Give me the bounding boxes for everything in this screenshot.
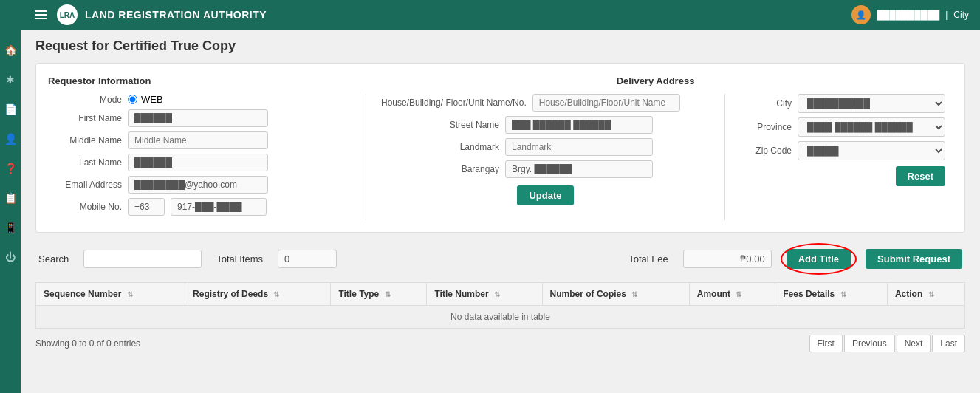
city-form: City ██████████ Province ████ ██████ ███… [733, 94, 953, 220]
requestor-form: Mode WEB First Name Middle Name [48, 94, 358, 220]
col-action[interactable]: Action ⇅ [887, 283, 964, 306]
zip-label: Zip Code [740, 146, 792, 156]
sidebar-icon-phone[interactable]: 📱 [0, 214, 21, 241]
submit-request-button[interactable]: Submit Request [866, 249, 962, 269]
city-label: City [953, 10, 969, 20]
app-title: LAND REGISTRATION AUTHORITY [85, 9, 844, 21]
user-name: ██████████ [877, 10, 939, 20]
total-fee-label: Total Fee [628, 253, 668, 264]
middle-name-input[interactable] [128, 131, 268, 149]
pagination: Showing 0 to 0 of 0 entries First Previo… [35, 335, 965, 352]
col-fees[interactable]: Fees Details ⇅ [775, 283, 888, 306]
main-card: Requestor Information Delivery Address M… [35, 63, 965, 233]
landmark-input[interactable] [505, 138, 653, 156]
showing-label: Showing 0 to 0 of 0 entries [35, 338, 140, 349]
col-amount[interactable]: Amount ⇅ [689, 283, 775, 306]
col-title-type[interactable]: Title Type ⇅ [331, 283, 427, 306]
mobile-label: Mobile No. [48, 202, 122, 212]
email-label: Email Address [48, 180, 122, 190]
sidebar-icon-help[interactable]: ❓ [0, 155, 21, 182]
city-separator: | [945, 10, 948, 20]
city-field-label: City [740, 98, 792, 109]
requestor-section-title: Requestor Information [48, 75, 358, 86]
topnav: LRA LAND REGISTRATION AUTHORITY 👤 ██████… [21, 0, 980, 30]
sidebar-icon-power[interactable]: ⏻ [0, 244, 21, 270]
mode-label: Mode [48, 95, 122, 105]
mode-value: WEB [141, 94, 163, 105]
house-input[interactable] [532, 94, 680, 112]
last-name-input[interactable] [128, 154, 268, 171]
mode-radio[interactable]: WEB [128, 94, 163, 105]
province-select[interactable]: ████ ██████ ██████ [798, 117, 945, 137]
sidebar-icon-user[interactable]: 👤 [0, 126, 21, 152]
pagination-buttons: First Previous Next Last [809, 335, 965, 352]
middle-name-label: Middle Name [48, 135, 122, 146]
sidebar-icon-doc[interactable]: 📄 [0, 96, 21, 123]
add-title-button[interactable]: Add Title [787, 249, 851, 269]
next-button[interactable]: Next [897, 335, 931, 352]
house-label: House/Building/ Floor/Unit Name/No. [381, 98, 527, 108]
page-title: Request for Certified True Copy [35, 38, 965, 54]
mobile-input[interactable] [171, 198, 267, 216]
update-button[interactable]: Update [517, 185, 573, 205]
first-name-input[interactable] [128, 109, 268, 127]
previous-button[interactable]: Previous [844, 335, 895, 352]
total-items-label: Total Items [216, 253, 263, 264]
col-title-number[interactable]: Title Number ⇅ [427, 283, 542, 306]
reset-button[interactable]: Reset [896, 166, 945, 186]
empty-message: No data available in table [36, 306, 965, 329]
province-label: Province [740, 122, 792, 132]
landmark-label: Landmark [381, 142, 499, 152]
left-sidebar: 🏠 ✱ 📄 👤 ❓ 📋 📱 ⏻ [0, 0, 21, 393]
first-button[interactable]: First [809, 335, 843, 352]
delivery-form: House/Building/ Floor/Unit Name/No. Stre… [374, 94, 717, 220]
search-label: Search [38, 253, 69, 264]
table-container: Sequence Number ⇅ Registry of Deeds ⇅ Ti… [35, 282, 965, 329]
last-button[interactable]: Last [932, 335, 965, 352]
barangay-label: Barangay [381, 164, 499, 174]
data-table: Sequence Number ⇅ Registry of Deeds ⇅ Ti… [35, 282, 965, 329]
sidebar-icon-star[interactable]: ✱ [0, 66, 21, 93]
street-label: Street Name [381, 120, 499, 130]
total-items-input [278, 250, 337, 268]
street-input[interactable] [505, 116, 653, 134]
hamburger-menu[interactable] [32, 7, 49, 22]
mobile-prefix-input[interactable] [128, 198, 165, 216]
topnav-right: 👤 ██████████ | City [851, 5, 969, 24]
sidebar-icon-list[interactable]: 📋 [0, 185, 21, 211]
barangay-input[interactable] [505, 160, 653, 178]
delivery-section-title: Delivery Address [358, 75, 953, 86]
search-input[interactable] [83, 250, 202, 268]
lra-logo: LRA [57, 4, 78, 25]
sidebar-icon-home[interactable]: 🏠 [0, 37, 21, 64]
last-name-label: Last Name [48, 157, 122, 168]
first-name-label: First Name [48, 113, 122, 123]
zip-select[interactable]: █████ [798, 141, 945, 160]
search-bar: Search Total Items Total Fee Add Title S… [35, 243, 965, 275]
email-input[interactable] [128, 176, 268, 194]
col-seq[interactable]: Sequence Number ⇅ [36, 283, 185, 306]
col-registry[interactable]: Registry of Deeds ⇅ [185, 283, 331, 306]
total-fee-input [683, 250, 772, 268]
city-select[interactable]: ██████████ [798, 94, 945, 113]
add-title-wrapper: Add Title [787, 249, 851, 269]
col-num-copies[interactable]: Number of Copies ⇅ [542, 283, 689, 306]
user-avatar[interactable]: 👤 [851, 5, 871, 24]
mode-radio-input[interactable] [128, 95, 137, 104]
